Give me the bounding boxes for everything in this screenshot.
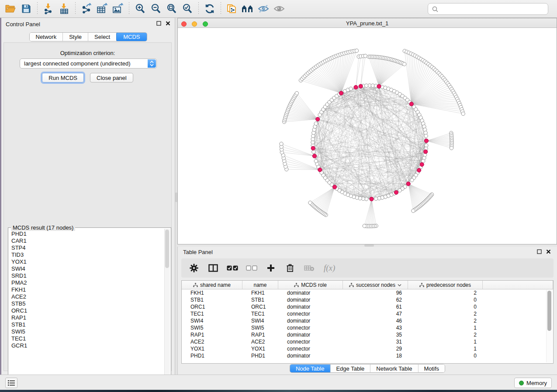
mcds-result-item[interactable]: STB1 <box>10 321 164 328</box>
select-all-checkboxes-button[interactable] <box>226 261 239 275</box>
mcds-result-item[interactable]: SWI4 <box>10 265 164 272</box>
tab-mcds[interactable]: MCDS <box>116 32 147 41</box>
cell-predecessor-nodes[interactable]: 2 <box>408 310 483 317</box>
float-panel-icon[interactable] <box>156 21 161 26</box>
cell-shared-name[interactable]: TEC1 <box>182 310 242 317</box>
cell-mcds-role[interactable]: connector <box>278 310 343 317</box>
mcds-result-item[interactable]: CAR1 <box>10 237 164 244</box>
mcds-result-item[interactable]: SRD1 <box>10 272 164 279</box>
tab-network[interactable]: Network <box>29 33 63 41</box>
cell-mcds-role[interactable]: dominator <box>278 289 343 296</box>
mcds-result-item[interactable]: FKH1 <box>10 286 164 293</box>
cell-mcds-role[interactable]: dominator <box>278 352 343 359</box>
export-image-button[interactable] <box>110 1 126 16</box>
cell-successor-nodes[interactable]: 62 <box>343 296 408 303</box>
cell-successor-nodes[interactable]: 18 <box>343 352 408 359</box>
mcds-result-item[interactable]: TID3 <box>10 251 164 258</box>
column-header-shared-name[interactable]: shared name <box>182 281 242 289</box>
save-session-button[interactable] <box>18 1 34 16</box>
mcds-result-item[interactable]: ACE2 <box>10 293 164 300</box>
cell-mcds-role[interactable]: dominator <box>278 296 343 303</box>
tab-node-table[interactable]: Node Table <box>290 364 331 372</box>
cell-name[interactable]: TEC1 <box>242 310 278 317</box>
cell-shared-name[interactable]: STB1 <box>182 296 242 303</box>
tab-style[interactable]: Style <box>63 33 88 41</box>
cell-predecessor-nodes[interactable]: 0 <box>408 352 483 359</box>
table-settings-button[interactable] <box>187 261 201 275</box>
memory-button[interactable]: Memory <box>514 378 552 388</box>
column-header-name[interactable]: name <box>242 281 278 289</box>
mcds-result-item[interactable]: YOX1 <box>10 258 164 265</box>
optimization-criterion-select[interactable]: largest connected component (undirected) <box>20 58 157 69</box>
add-column-button[interactable] <box>264 261 277 275</box>
cell-successor-nodes[interactable]: 29 <box>343 345 408 352</box>
close-panel-icon[interactable] <box>166 21 170 26</box>
cell-mcds-role[interactable]: dominator <box>278 303 343 310</box>
table-row[interactable]: SWI4SWI4dominator462 <box>182 317 553 324</box>
cell-shared-name[interactable]: ACE2 <box>182 338 242 345</box>
cell-successor-nodes[interactable]: 31 <box>343 338 408 345</box>
cell-name[interactable]: YOX1 <box>242 345 278 352</box>
mcds-result-item[interactable]: PMA2 <box>10 279 164 286</box>
search-input[interactable] <box>439 6 544 12</box>
mcds-result-item[interactable]: SWI5 <box>10 328 164 335</box>
cell-successor-nodes[interactable]: 35 <box>343 331 408 338</box>
cell-shared-name[interactable]: SWI5 <box>182 324 242 331</box>
cell-name[interactable]: ACE2 <box>242 338 278 345</box>
network-file-button[interactable] <box>224 1 240 16</box>
column-header-mcds-role[interactable]: MCDS role <box>278 281 343 289</box>
cell-predecessor-nodes[interactable]: 2 <box>408 289 483 296</box>
cell-successor-nodes[interactable]: 96 <box>343 289 408 296</box>
cell-mcds-role[interactable]: dominator <box>278 317 343 324</box>
export-table-button[interactable] <box>94 1 110 16</box>
cell-successor-nodes[interactable]: 61 <box>343 303 408 310</box>
cell-successor-nodes[interactable]: 43 <box>343 324 408 331</box>
zoom-fit-button[interactable] <box>164 1 180 16</box>
mcds-result-item[interactable]: TEC1 <box>10 335 164 342</box>
mcds-result-item[interactable]: ORC1 <box>10 307 164 314</box>
table-row[interactable]: TEC1TEC1connector472 <box>182 310 553 317</box>
close-panel-icon[interactable] <box>546 249 551 254</box>
cell-successor-nodes[interactable]: 46 <box>343 317 408 324</box>
cell-predecessor-nodes[interactable]: 0 <box>408 296 483 303</box>
table-row[interactable]: ACE2ACE2connector311 <box>182 338 553 345</box>
table-row[interactable]: FKH1FKH1dominator962 <box>182 289 553 296</box>
cell-mcds-role[interactable]: connector <box>278 345 343 352</box>
cell-predecessor-nodes[interactable]: 1 <box>408 345 483 352</box>
hide-selected-button[interactable] <box>256 1 271 16</box>
show-all-button[interactable] <box>271 1 287 16</box>
import-table-file-button[interactable] <box>56 1 72 16</box>
table-row[interactable]: RAP1RAP1dominator352 <box>182 331 553 338</box>
mcds-result-item[interactable]: RAP1 <box>10 314 164 321</box>
column-header-successor-nodes[interactable]: successor nodes <box>343 281 408 289</box>
cell-name[interactable]: ORC1 <box>242 303 278 310</box>
table-scrollbar[interactable] <box>546 290 552 362</box>
table-row[interactable]: PHD1PHD1dominator180 <box>182 352 553 359</box>
cell-shared-name[interactable]: RAP1 <box>182 331 242 338</box>
cell-successor-nodes[interactable]: 47 <box>343 310 408 317</box>
export-network-button[interactable] <box>79 1 94 16</box>
cell-name[interactable]: STB1 <box>242 296 278 303</box>
run-mcds-button[interactable]: Run MCDS <box>42 73 84 83</box>
first-neighbors-button[interactable] <box>240 1 256 16</box>
cell-predecessor-nodes[interactable]: 1 <box>408 338 483 345</box>
cell-shared-name[interactable]: YOX1 <box>182 345 242 352</box>
cell-predecessor-nodes[interactable]: 1 <box>408 324 483 331</box>
cell-predecessor-nodes[interactable]: 2 <box>408 317 483 324</box>
cell-predecessor-nodes[interactable]: 0 <box>408 303 483 310</box>
open-file-button[interactable] <box>3 1 18 16</box>
table-row[interactable]: SWI5SWI5connector431 <box>182 324 553 331</box>
mcds-result-item[interactable]: PHD1 <box>10 230 164 237</box>
network-canvas[interactable] <box>178 28 557 244</box>
table-scrollbar-thumb[interactable] <box>547 291 551 331</box>
column-header-predecessor-nodes[interactable]: predecessor nodes <box>408 281 483 289</box>
cell-shared-name[interactable]: ORC1 <box>182 303 242 310</box>
table-row[interactable]: YOX1YOX1connector291 <box>182 345 553 352</box>
zoom-out-button[interactable] <box>148 1 164 16</box>
mcds-result-item[interactable]: STP4 <box>10 244 164 251</box>
cell-predecessor-nodes[interactable]: 2 <box>408 331 483 338</box>
cell-shared-name[interactable]: SWI4 <box>182 317 242 324</box>
cell-name[interactable]: RAP1 <box>242 331 278 338</box>
mcds-result-item[interactable]: STB5 <box>10 300 164 307</box>
split-columns-button[interactable] <box>207 261 220 275</box>
